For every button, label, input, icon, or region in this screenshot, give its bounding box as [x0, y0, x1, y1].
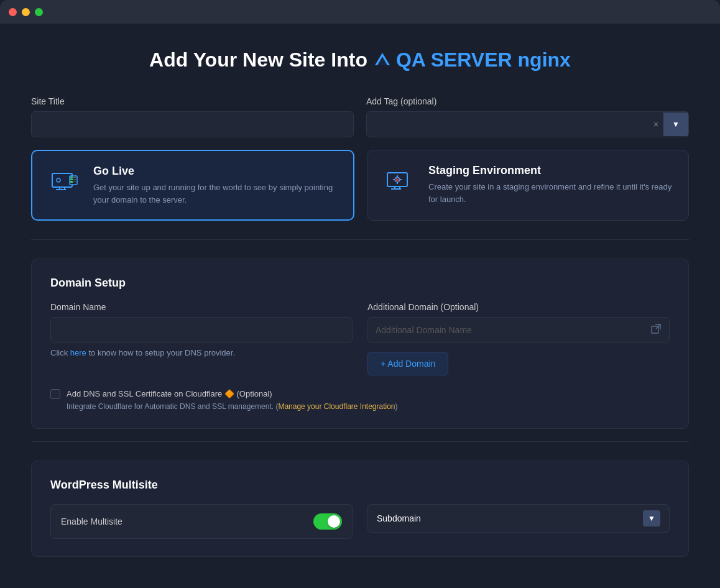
staging-description: Create your site in a staging environmen… [428, 181, 673, 205]
cf-sub-text1: Integrate Cloudflare for Automatic DNS a… [67, 402, 278, 411]
add-domain-button[interactable]: + Add Domain [367, 352, 448, 375]
subdomain-select[interactable]: Subdomain Subdirectory [377, 505, 643, 532]
svg-rect-21 [393, 179, 395, 180]
site-title-input[interactable] [31, 111, 354, 137]
svg-rect-9 [70, 177, 73, 178]
divider-2 [31, 441, 689, 442]
minimize-button[interactable] [22, 8, 30, 16]
brand-label: QA SERVER nginx [396, 48, 571, 71]
cloudflare-label-text: Add DNS and SSL Certificate on Cloudflar… [67, 389, 222, 398]
page-title: Add Your New Site Into QA SERVER nginx [31, 48, 689, 71]
dns-hint-text2: to know how to setup your DNS provider. [88, 348, 235, 357]
additional-domain-label: Additional Domain (Optional) [367, 302, 670, 312]
domain-setup-section: Domain Setup Domain Name Click here to k… [31, 259, 689, 429]
svg-rect-2 [52, 173, 72, 187]
cf-sub-text2: ) [395, 402, 398, 411]
enable-multisite-label: Enable Multisite [61, 517, 122, 526]
go-live-content: Go Live Get your site up and running for… [93, 165, 338, 206]
tag-col: Add Tag (optional) × ▼ [366, 96, 689, 137]
domain-name-input[interactable] [50, 317, 353, 343]
tag-label: Add Tag (optional) [366, 96, 689, 106]
site-title-label: Site Title [31, 96, 354, 106]
staging-icon [382, 164, 417, 199]
svg-rect-8 [70, 181, 73, 183]
nginx-logo-icon [374, 52, 391, 69]
svg-rect-20 [397, 182, 398, 184]
page-title-text: Add Your New Site Into [149, 48, 367, 71]
svg-rect-7 [70, 178, 73, 180]
cloudflare-row: Add DNS and SSL Certificate on Cloudflar… [50, 388, 670, 411]
multisite-title: WordPress Multisite [50, 479, 670, 492]
svg-rect-19 [397, 175, 398, 177]
enable-multisite-row: Enable Multisite [50, 504, 353, 539]
additional-domain-input[interactable] [376, 318, 650, 342]
go-live-svg [47, 165, 82, 200]
subdomain-select-wrapper: Subdomain Subdirectory ▼ [367, 504, 670, 533]
go-live-title: Go Live [93, 165, 338, 178]
tag-dropdown-button[interactable]: ▼ [663, 113, 688, 136]
close-button[interactable] [9, 8, 17, 16]
page-title-brand: QA SERVER nginx [374, 48, 571, 71]
svg-point-5 [57, 178, 60, 182]
domain-setup-title: Domain Setup [50, 277, 670, 290]
tag-input-wrapper: × ▼ [366, 111, 689, 137]
staging-svg [382, 164, 417, 199]
enable-multisite-col: Enable Multisite [50, 504, 353, 539]
toggle-knob [328, 515, 340, 528]
multisite-section: WordPress Multisite Enable Multisite Sub… [31, 461, 689, 557]
external-link-icon[interactable] [650, 323, 662, 337]
subdomain-col: Subdomain Subdirectory ▼ [367, 504, 670, 539]
additional-domain-col: Additional Domain (Optional) + Add Domai… [367, 302, 670, 375]
domain-name-col: Domain Name Click here to know how to se… [50, 302, 353, 375]
tag-clear-button[interactable]: × [648, 119, 663, 129]
staging-title: Staging Environment [428, 164, 673, 177]
tag-input[interactable] [376, 112, 648, 137]
staging-content: Staging Environment Create your site in … [428, 164, 673, 205]
cloudflare-checkbox[interactable] [50, 389, 60, 399]
cloudflare-integration-link[interactable]: Manage your Cloudflare Integration [278, 402, 395, 411]
environment-cards-row: Go Live Get your site up and running for… [31, 150, 689, 221]
dns-hint-text1: Click [50, 348, 70, 357]
enable-multisite-toggle[interactable] [313, 513, 342, 530]
go-live-card[interactable]: Go Live Get your site up and running for… [31, 150, 354, 221]
domain-name-label: Domain Name [50, 302, 353, 312]
maximize-button[interactable] [35, 8, 43, 16]
cloudflare-optional-text: (Optional) [237, 389, 272, 398]
go-live-icon [47, 165, 82, 200]
multisite-row: Enable Multisite Subdomain Subdirectory … [50, 504, 670, 539]
go-live-description: Get your site up and running for the wor… [93, 181, 338, 206]
subdomain-chevron-icon: ▼ [643, 510, 660, 526]
site-title-tag-row: Site Title Add Tag (optional) × ▼ [31, 96, 689, 137]
dns-hint-link[interactable]: here [70, 348, 86, 357]
titlebar [0, 0, 720, 24]
site-title-col: Site Title [31, 96, 354, 137]
domain-grid: Domain Name Click here to know how to se… [50, 302, 670, 375]
cloudflare-label-group: Add DNS and SSL Certificate on Cloudflar… [67, 388, 398, 411]
divider-1 [31, 239, 689, 240]
app-window: Add Your New Site Into QA SERVER nginx S… [0, 24, 720, 588]
additional-domain-wrapper [367, 317, 670, 343]
cloudflare-label: Add DNS and SSL Certificate on Cloudflar… [67, 388, 398, 400]
dns-hint: Click here to know how to setup your DNS… [50, 348, 353, 357]
cloudflare-emoji: 🔶 [224, 389, 234, 398]
cloudflare-sub: Integrate Cloudflare for Automatic DNS a… [67, 402, 398, 411]
svg-rect-22 [400, 179, 402, 180]
staging-card[interactable]: Staging Environment Create your site in … [367, 150, 689, 221]
